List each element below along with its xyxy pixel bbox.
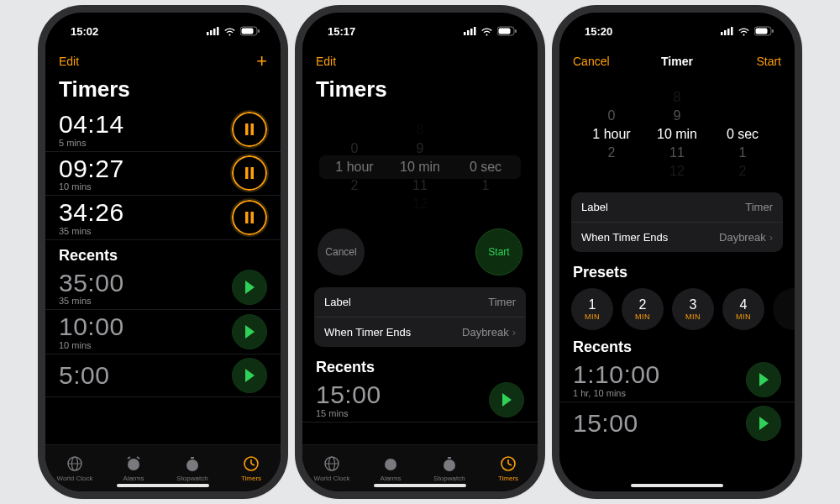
pause-button[interactable] (232, 155, 267, 191)
svg-point-19 (186, 459, 198, 471)
section-recents: Recents (45, 240, 281, 266)
picker-minutes[interactable]: 8 9 10 min 11 12 (387, 121, 453, 213)
recent-duration: 10:00 (59, 313, 124, 340)
dynamic-island (641, 24, 713, 44)
play-button[interactable] (746, 406, 781, 441)
recent-label: 1 hr, 10 mins (573, 388, 660, 398)
svg-rect-8 (251, 123, 255, 135)
chevron-right-icon: › (769, 231, 773, 244)
tab-timers[interactable]: Timers (222, 445, 281, 491)
start-button[interactable]: Start (744, 55, 781, 68)
tab-label: Stopwatch (433, 475, 465, 482)
recent-timer-row[interactable]: 35:0035 mins (45, 266, 281, 311)
recent-duration: 1:10:00 (573, 361, 660, 388)
home-indicator[interactable] (117, 484, 209, 487)
battery-icon (497, 26, 517, 36)
play-button[interactable] (232, 314, 267, 349)
preset-button[interactable]: 4MIN (722, 288, 764, 330)
when-ends-row[interactable]: When Timer EndsDaybreak› (314, 317, 526, 347)
recent-timer-row[interactable]: 15:00 (559, 402, 795, 444)
preset-button[interactable]: 1MIN (571, 288, 613, 330)
svg-point-35 (444, 459, 455, 471)
svg-rect-0 (207, 32, 209, 35)
label-row[interactable]: LabelTimer (571, 192, 783, 222)
picker-hours[interactable]: 0 1 hour 2 (579, 88, 644, 181)
tab-world-clock[interactable]: World Clock (45, 445, 104, 491)
recent-label: 10 mins (59, 340, 124, 350)
start-round-button[interactable]: Start (475, 228, 522, 276)
preset-button[interactable]: 2MIN (622, 288, 664, 330)
section-recents: Recents (302, 352, 538, 378)
home-indicator[interactable] (631, 484, 723, 487)
svg-line-23 (251, 464, 255, 465)
recent-duration: 15:00 (316, 381, 381, 408)
tab-label: Stopwatch (176, 475, 207, 482)
svg-rect-3 (217, 27, 219, 35)
edit-button[interactable]: Edit (316, 55, 353, 68)
timer-label: 35 mins (59, 226, 124, 236)
pause-button[interactable] (232, 112, 267, 147)
svg-rect-42 (727, 29, 730, 35)
svg-rect-41 (724, 30, 727, 35)
tab-label: World Clock (57, 475, 93, 482)
recent-duration: 15:00 (573, 410, 638, 437)
label-row[interactable]: LabelTimer (314, 287, 526, 317)
active-timer-row[interactable]: 34:2635 mins (45, 196, 281, 240)
tab-label: Alarms (123, 475, 144, 482)
picker-seconds[interactable]: 0 sec 1 (453, 139, 518, 195)
svg-rect-45 (756, 29, 768, 34)
tab-world-clock[interactable]: World Clock (302, 445, 361, 491)
alarm-icon (124, 454, 143, 473)
play-button[interactable] (489, 382, 524, 417)
svg-rect-29 (499, 29, 511, 34)
section-presets: Presets (559, 257, 795, 283)
pause-button[interactable] (232, 200, 267, 235)
active-timer-row[interactable]: 04:145 mins (45, 108, 281, 152)
preset-button[interactable] (773, 288, 795, 330)
globe-icon (323, 454, 341, 473)
recent-label: 15 mins (316, 408, 381, 418)
globe-icon (66, 454, 84, 473)
duration-picker[interactable]: 0 1 hour 2 8 9 10 min 11 12 0 sec 1 (570, 80, 785, 189)
picker-controls: Cancel Start (302, 225, 538, 284)
add-timer-button[interactable]: + (230, 52, 267, 71)
edit-button[interactable]: Edit (59, 55, 96, 68)
svg-rect-43 (731, 27, 733, 35)
section-recents: Recents (559, 332, 795, 358)
picker-seconds[interactable]: 0 sec 1 2 (710, 88, 775, 181)
svg-rect-36 (448, 457, 451, 459)
battery-icon (754, 26, 774, 36)
wifi-icon (223, 27, 236, 36)
nav-bar: Edit + (45, 50, 281, 75)
svg-rect-30 (515, 29, 517, 33)
nav-bar: Edit (302, 50, 538, 75)
duration-picker[interactable]: 0 1 hour 2 8 9 10 min 11 12 0 sec 1 (312, 113, 528, 222)
recent-timer-row[interactable]: 15:0015 mins (302, 378, 538, 423)
recent-duration: 35:00 (59, 270, 124, 297)
cellular-icon (464, 27, 476, 35)
cancel-round-button[interactable]: Cancel (318, 228, 365, 276)
alarm-icon (381, 454, 400, 473)
preset-button[interactable]: 3MIN (672, 288, 714, 330)
timer-icon (242, 454, 260, 473)
when-ends-row[interactable]: When Timer EndsDaybreak› (571, 222, 783, 252)
recent-timer-row[interactable]: 5:00 (45, 354, 281, 397)
svg-rect-9 (245, 167, 249, 179)
recent-timer-row[interactable]: 10:0010 mins (45, 310, 281, 354)
page-title: Timers (45, 75, 281, 108)
active-timer-row[interactable]: 09:2710 mins (45, 152, 281, 197)
tab-timers[interactable]: Timers (479, 445, 538, 491)
play-button[interactable] (232, 358, 267, 393)
play-button[interactable] (746, 362, 781, 397)
picker-hours[interactable]: 0 1 hour 2 (322, 139, 387, 195)
svg-rect-12 (251, 212, 255, 223)
recent-timer-row[interactable]: 1:10:001 hr, 10 mins (559, 358, 795, 402)
home-indicator[interactable] (374, 484, 466, 487)
svg-rect-7 (245, 123, 249, 135)
status-time: 15:20 (585, 25, 612, 38)
picker-minutes[interactable]: 8 9 10 min 11 12 (644, 88, 710, 181)
tab-label: World Clock (314, 475, 350, 482)
play-button[interactable] (232, 270, 267, 305)
cancel-button[interactable]: Cancel (573, 55, 610, 68)
svg-rect-25 (467, 30, 470, 35)
